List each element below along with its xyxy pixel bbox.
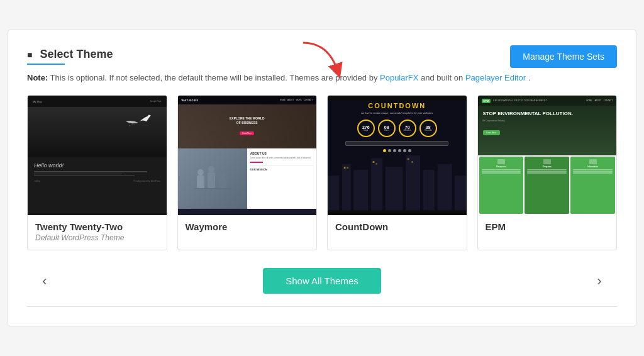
show-all-themes-button[interactable]: Show All Themes — [263, 268, 381, 294]
theme-card-twenty-twenty-two[interactable]: My Blog Sample Page — [27, 95, 167, 250]
waymore-nav-links: HOME ABOUT WORK CONTACT — [280, 99, 313, 101]
svg-rect-14 — [406, 155, 420, 210]
svg-rect-22 — [408, 159, 409, 160]
sample-link: Sample Page — [150, 100, 161, 103]
our-mission: OUR MISSION — [250, 165, 313, 171]
people-svg — [194, 163, 231, 194]
svg-rect-11 — [353, 170, 368, 210]
epm-card-information: Information — [570, 157, 615, 214]
countdown-subtitle: we love to create unique, successful tem… — [333, 111, 462, 114]
epm-logo-badge: EPM — [482, 99, 491, 103]
svg-rect-3 — [208, 172, 215, 188]
pagelayer-link[interactable]: Pagelayer Editor — [465, 73, 526, 82]
theme-1-background: My Blog Sample Page — [28, 96, 167, 215]
dot-4 — [398, 149, 401, 152]
epm-hero: STOP ENVIRONMENTAL POLLUTION. Be Corpora… — [478, 106, 617, 141]
about-us-text: Lorem ipsum dolor sit amet, consectetur … — [250, 157, 313, 159]
svg-rect-21 — [375, 163, 377, 165]
waymore-bottom: ABOUT US Lorem ipsum dolor sit amet, con… — [178, 148, 317, 209]
theme-1-hero — [28, 107, 167, 157]
epm-bottom-cards: Resources Programs — [478, 155, 617, 215]
information-line3 — [573, 172, 613, 174]
theme-4-background: EPM ENVIRONMENTAL PROTECTION MANAGEMENT … — [478, 96, 617, 215]
information-line1 — [573, 169, 613, 170]
svg-rect-10 — [342, 164, 351, 211]
svg-rect-15 — [423, 170, 435, 210]
svg-rect-9 — [328, 175, 339, 210]
note-prefix: Note: — [27, 73, 48, 82]
theme-name-2: Waymore — [186, 221, 309, 232]
svg-point-6 — [219, 172, 226, 179]
select-theme-panel: ■ Select Theme Manage Theme Sets Note: T… — [8, 30, 636, 327]
resources-line2 — [482, 171, 521, 172]
programs-line2 — [527, 171, 567, 172]
waymore-headline: EXPLORE THE WORLDOF BUSINESS — [230, 116, 265, 125]
theme-1-footer-left: myBlog — [34, 180, 40, 182]
next-themes-button[interactable]: › — [588, 270, 611, 292]
svg-rect-16 — [438, 164, 452, 211]
theme-info-1: Twenty Twenty-Two Default WordPress Them… — [28, 215, 167, 250]
epm-nav-home: HOME — [586, 99, 592, 102]
waymore-hero: EXPLORE THE WORLDOF BUSINESS Read More — [178, 104, 317, 148]
minutes-label: Minutes — [404, 130, 411, 131]
prev-themes-button[interactable]: ‹ — [33, 270, 56, 292]
theme-card-countdown[interactable]: COUNTDOWN we love to create unique, succ… — [327, 95, 467, 250]
epm-nav-links: HOME ABOUT CONTACT — [586, 99, 613, 102]
svg-rect-23 — [411, 161, 413, 163]
epm-card-programs: Programs — [525, 157, 569, 214]
theme-preview-1: My Blog Sample Page — [28, 96, 167, 215]
resources-title: Resources — [496, 165, 506, 168]
theme-subtitle-1: Default WordPress Theme — [35, 233, 159, 242]
theme-1-hello: Hello world! — [34, 162, 160, 169]
countdown-search-bar — [345, 141, 448, 146]
svg-point-4 — [208, 166, 214, 172]
nav-work: WORK — [296, 99, 301, 101]
svg-rect-12 — [371, 159, 382, 211]
epm-site-title: ENVIRONMENTAL PROTECTION MANAGEMENT — [493, 99, 547, 102]
theme-1-topbar: My Blog Sample Page — [28, 96, 167, 107]
bottom-divider — [27, 306, 617, 307]
theme-preview-3: COUNTDOWN we love to create unique, succ… — [328, 96, 467, 215]
epm-nav: EPM ENVIRONMENTAL PROTECTION MANAGEMENT … — [478, 96, 617, 106]
epm-learn-more: Learn More — [483, 130, 500, 135]
theme-preview-2: WAYMORE HOME ABOUT WORK CONTACT EXPLORE … — [178, 96, 317, 215]
about-us-title: ABOUT US — [250, 152, 313, 155]
theme-name-3: CountDown — [335, 221, 459, 232]
dot-3 — [393, 149, 396, 152]
programs-line1 — [527, 169, 567, 170]
waymore-image-section — [178, 148, 247, 209]
epm-nav-contact: CONTACT — [604, 99, 613, 102]
bird-graphic — [123, 110, 154, 135]
epm-card-resources: Resources — [479, 157, 524, 214]
resources-line1 — [482, 169, 521, 170]
blog-label: My Blog — [33, 100, 42, 103]
svg-rect-20 — [373, 161, 375, 163]
waymore-logo: WAYMORE — [182, 99, 199, 102]
nav-home: HOME — [280, 99, 286, 101]
theme-info-2: Waymore — [178, 215, 317, 241]
panel-title: ■ Select Theme — [27, 48, 113, 61]
dot-1 — [383, 149, 386, 152]
waymore-cta: Read More — [240, 131, 254, 135]
arrow-indicator — [297, 36, 347, 83]
svg-rect-5 — [219, 179, 226, 188]
popularfx-link[interactable]: PopularFX — [380, 73, 418, 82]
theme-card-waymore[interactable]: WAYMORE HOME ABOUT WORK CONTACT EXPLORE … — [177, 95, 318, 250]
theme-name-1: Twenty Twenty-Two — [35, 221, 159, 232]
programs-title: Programs — [543, 165, 552, 168]
countdown-content: COUNTDOWN we love to create unique, succ… — [328, 96, 467, 159]
note-suffix: . — [528, 73, 531, 82]
days-label: Days — [364, 130, 368, 131]
manage-theme-sets-button[interactable]: Manage Theme Sets — [510, 45, 617, 68]
theme-card-epm[interactable]: EPM ENVIRONMENTAL PROTECTION MANAGEMENT … — [477, 95, 618, 250]
theme-1-line3 — [34, 175, 135, 176]
programs-lines — [527, 169, 567, 174]
countdown-circles: 276 Days 08 Hours 70 Minutes — [333, 120, 462, 137]
theme-info-3: CountDown — [328, 215, 467, 241]
dot-6 — [408, 149, 411, 152]
people-image — [178, 148, 247, 209]
theme-info-4: EPM — [478, 215, 617, 241]
programs-line3 — [527, 172, 567, 174]
red-arrow-svg — [297, 36, 347, 81]
theme-preview-4: EPM ENVIRONMENTAL PROTECTION MANAGEMENT … — [478, 96, 617, 215]
